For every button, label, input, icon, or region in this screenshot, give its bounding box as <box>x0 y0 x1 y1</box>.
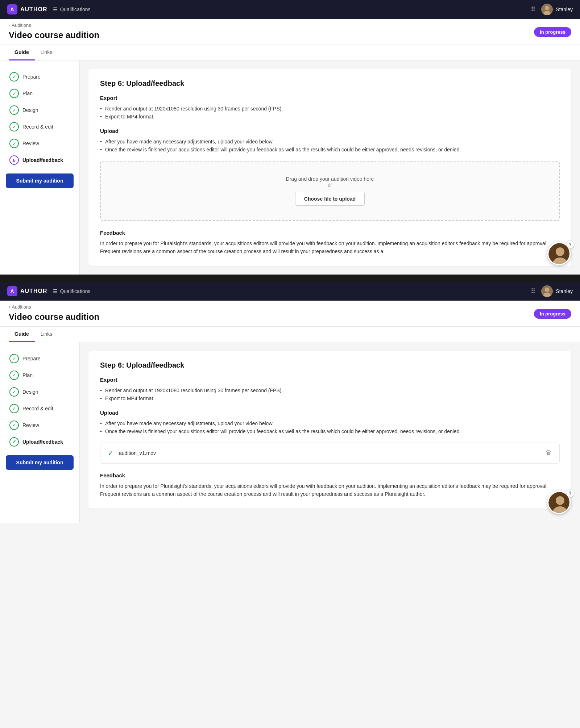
check-icon-plan: ✓ <box>9 89 19 98</box>
navbar-left-2: A AUTHOR ☰ Qualifications <box>7 286 90 296</box>
help-question-badge-2: ? <box>566 489 574 497</box>
sidebar-item-record[interactable]: ✓ Record & edit <box>6 119 74 134</box>
sidebar-item-review-2[interactable]: ✓ Review <box>6 418 74 433</box>
check-icon-upload-2: ✓ <box>9 437 19 447</box>
content-area-1: Step 6: Upload/feedback Export Render an… <box>80 60 580 275</box>
tab-links-2[interactable]: Links <box>35 327 58 342</box>
feedback-text-2: In order to prepare you for Pluralsight'… <box>100 482 560 498</box>
navbar-right-2: ⠿ Stanley <box>531 285 573 297</box>
upload-bullet-2-2: Once the review is finished your acquisi… <box>100 427 560 435</box>
tab-guide[interactable]: Guide <box>9 45 35 60</box>
feedback-heading-1: Feedback <box>100 230 560 236</box>
main-layout-2: ✓ Prepare ✓ Plan ✓ Design ✓ Record & edi… <box>0 342 580 523</box>
page-title-2: Video course audition <box>9 312 99 323</box>
upload-drop-zone-1[interactable]: Drag and drop your audition video here o… <box>100 161 560 221</box>
help-question-badge-1: ? <box>566 240 574 248</box>
breadcrumb-2[interactable]: ‹ Auditions <box>9 304 99 310</box>
check-icon-review: ✓ <box>9 139 19 148</box>
sidebar-item-plan-2[interactable]: ✓ Plan <box>6 368 74 383</box>
check-icon-prepare: ✓ <box>9 72 19 81</box>
upload-bullets-1: After you have made any necessary adjust… <box>100 138 560 154</box>
file-name-label: audition_v1.mov <box>119 450 540 456</box>
status-badge-2: In progress <box>534 309 571 319</box>
panel-divider <box>0 275 580 282</box>
top-navbar-2: A AUTHOR ☰ Qualifications ⠿ Stanley <box>0 282 580 301</box>
feedback-text-1: In order to prepare you for Pluralsight'… <box>100 239 560 256</box>
delete-file-button[interactable]: 🗑 <box>546 449 552 457</box>
choose-file-button-1[interactable]: Choose file to upload <box>295 192 365 206</box>
help-bubble-wrapper-2: ? <box>547 491 573 516</box>
content-area-2: Step 6: Upload/feedback Export Render an… <box>80 342 580 523</box>
export-bullets-1: Render and output at 1920x1080 resolutio… <box>100 105 560 121</box>
check-icon-prepare-2: ✓ <box>9 354 19 363</box>
breadcrumb-header-2: ‹ Auditions Video course audition In pro… <box>0 301 580 327</box>
breadcrumb-title-group: ‹ Auditions Video course audition <box>9 22 99 42</box>
sidebar-item-upload-2[interactable]: ✓ Upload/feedback <box>6 434 74 449</box>
sidebar-item-design[interactable]: ✓ Design <box>6 102 74 118</box>
panel-2: A AUTHOR ☰ Qualifications ⠿ Stanley <box>0 282 580 523</box>
user-avatar[interactable]: Stanley <box>541 4 573 15</box>
author-logo: A AUTHOR <box>7 4 47 14</box>
grid-icon-2[interactable]: ⠿ <box>531 287 535 295</box>
svg-point-1 <box>545 6 549 10</box>
nav-qualifications-2[interactable]: ☰ Qualifications <box>53 288 90 294</box>
top-navbar: A AUTHOR ☰ Qualifications ⠿ Stanley <box>0 0 580 19</box>
export-bullets-2: Render and output at 1920x1080 resolutio… <box>100 386 560 402</box>
upload-bullet-2-1: After you have made any necessary adjust… <box>100 419 560 427</box>
svg-point-4 <box>556 247 564 256</box>
file-check-icon: ✓ <box>108 449 114 457</box>
drag-drop-text-1: Drag and drop your audition video here o… <box>108 176 552 188</box>
sidebar-item-prepare-2[interactable]: ✓ Prepare <box>6 351 74 366</box>
upload-bullets-2: After you have made any necessary adjust… <box>100 419 560 435</box>
sidebar-1: ✓ Prepare ✓ Plan ✓ Design ✓ Record & edi… <box>0 60 80 275</box>
sidebar-2: ✓ Prepare ✓ Plan ✓ Design ✓ Record & edi… <box>0 342 80 523</box>
check-icon-plan-2: ✓ <box>9 371 19 380</box>
export-bullet-1: Render and output at 1920x1080 resolutio… <box>100 105 560 113</box>
breadcrumb[interactable]: ‹ Auditions <box>9 22 99 28</box>
sidebar-item-review[interactable]: ✓ Review <box>6 136 74 151</box>
svg-point-7 <box>545 288 549 292</box>
page-title: Video course audition <box>9 30 99 42</box>
submit-audition-button-2[interactable]: Submit my audition <box>6 455 74 470</box>
navbar-left: A AUTHOR ☰ Qualifications <box>7 4 90 14</box>
upload-bullet-2: Once the review is finished your acquisi… <box>100 146 560 154</box>
tab-links[interactable]: Links <box>35 45 58 60</box>
export-heading-1: Export <box>100 95 560 101</box>
logo-icon-2: A <box>7 286 17 296</box>
check-icon-record: ✓ <box>9 122 19 131</box>
grid-icon[interactable]: ⠿ <box>531 5 535 13</box>
back-arrow-icon: ‹ <box>9 22 10 28</box>
sidebar-item-plan[interactable]: ✓ Plan <box>6 86 74 101</box>
user-avatar-2[interactable]: Stanley <box>541 285 573 297</box>
panel-1: A AUTHOR ☰ Qualifications ⠿ Stanley <box>0 0 580 275</box>
breadcrumb-header: ‹ Auditions Video course audition In pro… <box>0 19 580 45</box>
back-arrow-icon-2: ‹ <box>9 304 10 310</box>
main-layout-1: ✓ Prepare ✓ Plan ✓ Design ✓ Record & edi… <box>0 60 580 275</box>
sidebar-item-upload[interactable]: 6 Upload/feedback <box>6 152 74 168</box>
navbar-right: ⠿ Stanley <box>531 4 573 15</box>
logo-icon: A <box>7 4 17 14</box>
hamburger-icon: ☰ <box>53 7 58 12</box>
status-badge: In progress <box>534 27 571 37</box>
sidebar-item-record-2[interactable]: ✓ Record & edit <box>6 401 74 416</box>
export-heading-2: Export <box>100 377 560 383</box>
uploaded-file-row: ✓ audition_v1.mov 🗑 <box>100 443 560 464</box>
sidebar-item-prepare[interactable]: ✓ Prepare <box>6 69 74 84</box>
number-circle-upload: 6 <box>9 155 19 165</box>
tabs-bar-2: Guide Links <box>0 327 580 342</box>
help-bubble-wrapper-1: ? <box>547 242 573 267</box>
export-bullet-2-2: Export to MP4 format. <box>100 394 560 402</box>
submit-audition-button-1[interactable]: Submit my audition <box>6 173 74 188</box>
sidebar-item-design-2[interactable]: ✓ Design <box>6 384 74 399</box>
svg-point-10 <box>556 496 564 505</box>
nav-qualifications[interactable]: ☰ Qualifications <box>53 7 90 12</box>
breadcrumb-title-group-2: ‹ Auditions Video course audition <box>9 304 99 323</box>
step-title-2: Step 6: Upload/feedback <box>100 361 560 369</box>
export-bullet-2-1: Render and output at 1920x1080 resolutio… <box>100 386 560 394</box>
tab-guide-2[interactable]: Guide <box>9 327 35 342</box>
step-title-1: Step 6: Upload/feedback <box>100 79 560 88</box>
upload-bullet-1: After you have made any necessary adjust… <box>100 138 560 146</box>
feedback-heading-2: Feedback <box>100 472 560 478</box>
content-card-2: Step 6: Upload/feedback Export Render an… <box>88 351 571 509</box>
export-bullet-2: Export to MP4 format. <box>100 113 560 121</box>
